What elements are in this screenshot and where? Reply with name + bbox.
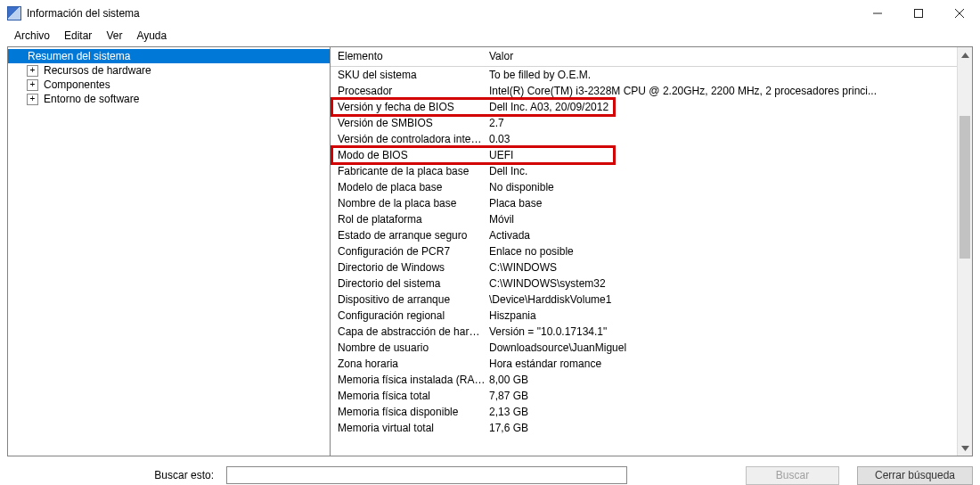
details-row[interactable]: Modo de BIOSUEFI — [331, 147, 957, 163]
details-row[interactable]: Configuración de PCR7Enlace no posible — [331, 243, 957, 259]
plus-icon[interactable]: + — [27, 94, 38, 105]
details-row[interactable]: Memoria virtual total17,6 GB — [331, 420, 957, 436]
menu-editar[interactable]: Editar — [57, 29, 99, 43]
row-element: Directorio del sistema — [334, 275, 486, 292]
menubar: Archivo Editar Ver Ayuda — [0, 27, 980, 45]
search-bar: Buscar esto: Buscar Cerrar búsqueda — [0, 464, 980, 485]
details-row[interactable]: Fabricante de la placa baseDell Inc. — [331, 163, 957, 179]
row-element: Directorio de Windows — [334, 259, 486, 275]
column-element-header[interactable]: Elemento — [331, 47, 482, 66]
details-row[interactable]: Modelo de placa baseNo disponible — [331, 179, 957, 195]
vertical-scrollbar[interactable] — [957, 47, 972, 456]
tree-pane: Resumen del sistema + Recursos de hardwa… — [8, 47, 331, 456]
tree-item-software[interactable]: + Entorno de software — [24, 92, 330, 106]
row-value: Enlace no posible — [486, 243, 953, 259]
row-value: C:\WINDOWS\system32 — [486, 275, 953, 292]
close-button[interactable] — [939, 0, 980, 27]
row-value: Versión = "10.0.17134.1" — [486, 324, 953, 340]
close-search-button[interactable]: Cerrar búsqueda — [857, 466, 973, 485]
details-row[interactable]: Dispositivo de arranque\Device\HarddiskV… — [331, 292, 957, 308]
details-row[interactable]: Directorio de WindowsC:\WINDOWS — [331, 259, 957, 275]
plus-icon[interactable]: + — [27, 65, 38, 77]
row-element: Versión de controladora integr... — [334, 131, 486, 147]
tree-label-componentes: Componentes — [42, 78, 112, 92]
row-element: Modelo de placa base — [334, 179, 486, 195]
scroll-down-button[interactable] — [958, 440, 972, 456]
svg-rect-1 — [915, 10, 923, 18]
details-row[interactable]: Configuración regionalHiszpania — [331, 308, 957, 324]
row-element: Capa de abstracción de hardw... — [334, 324, 486, 340]
menu-ver[interactable]: Ver — [99, 29, 129, 43]
row-value: 2.7 — [486, 115, 953, 131]
tree-root-item[interactable]: Resumen del sistema — [8, 49, 330, 63]
details-row[interactable]: Capa de abstracción de hardw...Versión =… — [331, 324, 957, 340]
details-row[interactable]: SKU del sistemaTo be filled by O.E.M. — [331, 67, 957, 83]
row-element: Memoria física total — [334, 388, 486, 404]
row-value: 2,13 GB — [486, 404, 953, 420]
row-value: Dell Inc. A03, 20/09/2012 — [486, 99, 953, 115]
row-element: SKU del sistema — [334, 67, 486, 83]
row-value: 8,00 GB — [486, 372, 953, 388]
tree-item-hardware[interactable]: + Recursos de hardware — [24, 63, 330, 78]
details-row[interactable]: Rol de plataformaMóvil — [331, 211, 957, 227]
row-element: Procesador — [334, 83, 486, 99]
tree-label-software: Entorno de software — [42, 92, 141, 106]
details-row[interactable]: Versión y fecha de BIOSDell Inc. A03, 20… — [331, 99, 957, 115]
row-element: Nombre de la placa base — [334, 195, 486, 211]
search-input[interactable] — [226, 466, 627, 484]
details-row[interactable]: Zona horariaHora estándar romance — [331, 356, 957, 372]
row-value: Downloadsource\JuanMiguel — [486, 340, 953, 356]
row-element: Configuración regional — [334, 308, 486, 324]
menu-ayuda[interactable]: Ayuda — [129, 29, 174, 43]
maximize-button[interactable] — [898, 0, 939, 27]
row-value: No disponible — [486, 179, 953, 195]
row-element: Fabricante de la placa base — [334, 163, 486, 179]
row-value: Hiszpania — [486, 308, 953, 324]
details-body[interactable]: SKU del sistemaTo be filled by O.E.M.Pro… — [331, 67, 957, 456]
minimize-button[interactable] — [857, 0, 898, 27]
row-value: Móvil — [486, 211, 953, 227]
details-row[interactable]: Nombre de usuarioDownloadsource\JuanMigu… — [331, 340, 957, 356]
search-label: Buscar esto: — [7, 469, 221, 481]
menu-archivo[interactable]: Archivo — [7, 29, 57, 43]
row-value: C:\WINDOWS — [486, 259, 953, 275]
scroll-track[interactable] — [958, 62, 972, 440]
row-element: Estado de arranque seguro — [334, 227, 486, 243]
row-element: Configuración de PCR7 — [334, 243, 486, 259]
details-header: Elemento Valor — [331, 47, 957, 67]
details-row[interactable]: Versión de controladora integr...0.03 — [331, 131, 957, 147]
plus-icon[interactable]: + — [27, 79, 38, 91]
row-value: Intel(R) Core(TM) i3-2328M CPU @ 2.20GHz… — [486, 83, 953, 99]
row-element: Versión y fecha de BIOS — [334, 99, 486, 115]
details-row[interactable]: Directorio del sistemaC:\WINDOWS\system3… — [331, 275, 957, 292]
workspace: Resumen del sistema + Recursos de hardwa… — [7, 46, 973, 456]
window-title: Información del sistema — [27, 7, 140, 20]
details-row[interactable]: Memoria física total7,87 GB — [331, 388, 957, 404]
app-icon — [7, 6, 21, 21]
row-element: Nombre de usuario — [334, 340, 486, 356]
row-value: 7,87 GB — [486, 388, 953, 404]
details-row[interactable]: Versión de SMBIOS2.7 — [331, 115, 957, 131]
search-button[interactable]: Buscar — [746, 466, 839, 485]
row-element: Memoria física instalada (RAM) — [334, 372, 486, 388]
svg-marker-5 — [961, 446, 969, 451]
details-row[interactable]: Estado de arranque seguroActivada — [331, 227, 957, 243]
titlebar: Información del sistema — [0, 0, 980, 27]
row-value: 0.03 — [486, 131, 953, 147]
row-value: Hora estándar romance — [486, 356, 953, 372]
details-row[interactable]: ProcesadorIntel(R) Core(TM) i3-2328M CPU… — [331, 83, 957, 99]
details-row[interactable]: Memoria física disponible2,13 GB — [331, 404, 957, 420]
row-value: UEFI — [486, 147, 953, 163]
details-row[interactable]: Memoria física instalada (RAM)8,00 GB — [331, 372, 957, 388]
tree-item-componentes[interactable]: + Componentes — [24, 78, 330, 92]
row-value: Activada — [486, 227, 953, 243]
row-value: To be filled by O.E.M. — [486, 67, 953, 83]
column-value-header[interactable]: Valor — [482, 47, 957, 66]
scroll-thumb[interactable] — [960, 116, 970, 259]
details-row[interactable]: Nombre de la placa basePlaca base — [331, 195, 957, 211]
scroll-up-button[interactable] — [958, 47, 972, 62]
tree-label-hardware: Recursos de hardware — [42, 63, 153, 78]
row-element: Rol de plataforma — [334, 211, 486, 227]
details-pane: Elemento Valor SKU del sistemaTo be fill… — [331, 47, 972, 456]
row-value: Placa base — [486, 195, 953, 211]
